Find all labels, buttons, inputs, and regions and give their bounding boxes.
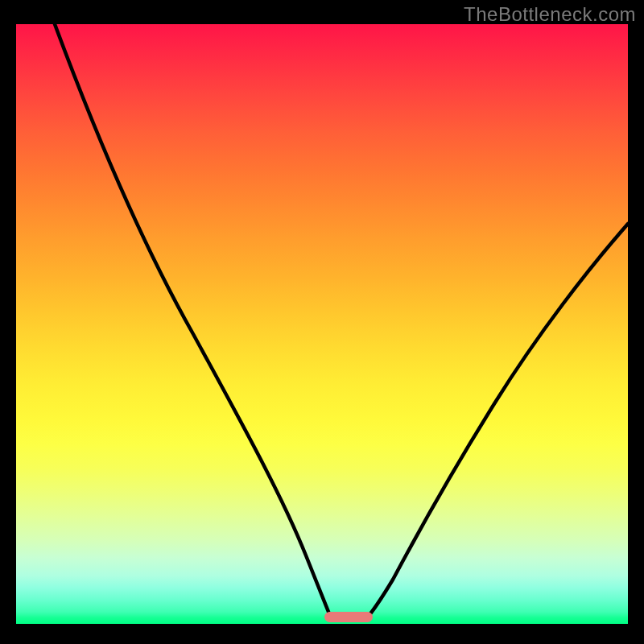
chart-container: TheBottleneck.com — [0, 0, 644, 644]
plot-area — [16, 24, 628, 624]
curve-right — [365, 224, 628, 620]
curve-left — [55, 24, 332, 620]
bottleneck-curves — [16, 24, 628, 624]
watermark-text: TheBottleneck.com — [464, 3, 636, 26]
optimal-range-marker — [324, 612, 373, 622]
